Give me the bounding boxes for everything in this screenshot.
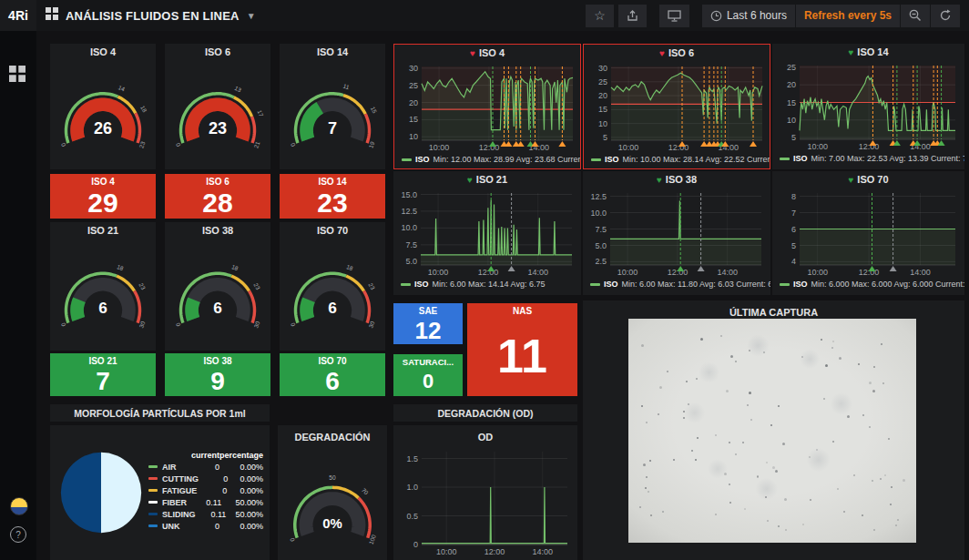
user-avatar[interactable] [10, 497, 28, 515]
particle-speck [646, 476, 648, 478]
particle-speck [648, 491, 649, 493]
legend-color-swatch [148, 489, 158, 492]
share-button[interactable] [618, 5, 647, 27]
stat-saturaci-[interactable]: SATURACI...0 [393, 354, 463, 396]
legend-swatch [402, 158, 412, 161]
panel-title[interactable]: ISO 70 [280, 222, 385, 239]
legend-percentage-value: 0.00% [228, 474, 263, 484]
dashboards-icon[interactable] [9, 66, 27, 84]
legend-color-swatch [148, 524, 158, 527]
legend-series-label[interactable]: ISO [415, 155, 430, 164]
svg-text:1.0: 1.0 [406, 483, 418, 492]
panel-title[interactable]: ISO 21 [50, 222, 156, 239]
org-logo[interactable]: 4Ri [0, 0, 36, 31]
svg-text:7: 7 [791, 209, 796, 218]
legend-row-fatigue[interactable]: FATIGUE00.00% [148, 484, 263, 496]
star-button[interactable]: ☆ [586, 5, 614, 27]
legend[interactable]: ISOMin: 6.00 Max: 11.80 Avg: 6.03 Curren… [583, 279, 770, 292]
particle-speck [873, 529, 875, 531]
star-icon: ☆ [594, 9, 606, 22]
pie-slice-SLIDING [61, 453, 101, 533]
stat-value: 0 [423, 367, 434, 396]
legend[interactable]: ISOMin: 7.00 Max: 22.53 Avg: 13.39 Curre… [772, 153, 964, 167]
dashboard-title[interactable]: ANÁLISIS FLUIDOS EN LINEA [66, 9, 240, 23]
panel-title-text: ISO 14 [857, 46, 888, 57]
legend-row-cutting[interactable]: CUTTING00.00% [148, 473, 263, 484]
panel-title[interactable]: DEGRADACIÓN [278, 429, 387, 445]
stat-title: ISO 6 [206, 177, 230, 187]
panel-gauge-iso-21: ISO 2101823306 [50, 222, 156, 351]
legend[interactable]: ISOMin: 6.00 Max: 14.14 Avg: 6.75 [393, 279, 581, 292]
svg-text:18: 18 [345, 263, 354, 271]
panel-title[interactable]: ISO 4 [50, 44, 156, 60]
legend-row-air[interactable]: AIR00.00% [148, 461, 263, 473]
stat-iso-14[interactable]: ISO 1423 [280, 174, 385, 219]
panel-title[interactable]: ♥ISO 21 [393, 171, 581, 188]
legend[interactable]: ISOMin: 6.000 Max: 6.000 Avg: 6.000 Curr… [772, 279, 964, 292]
timeseries-chart[interactable]: 5101520253010:0012:0014:00 [587, 62, 768, 154]
panel-title[interactable]: ♥ISO 4 [394, 45, 580, 61]
stat-iso-38[interactable]: ISO 389 [165, 353, 270, 396]
refresh-interval-button[interactable]: Refresh every 5s [796, 5, 900, 27]
gauge-chart: 01823306 [281, 242, 383, 347]
panel-title[interactable]: OD [393, 429, 577, 445]
legend-stats: Min: 7.00 Max: 22.53 Avg: 13.39 Current:… [811, 154, 964, 163]
svg-text:7: 7 [328, 119, 337, 137]
timeseries-chart[interactable]: 2.55.07.510.012.510:0012:0014:00 [586, 188, 767, 279]
legend-series-label[interactable]: ISO [605, 155, 619, 164]
panel-gauge-iso-14: ISO 1401115197 [280, 44, 385, 169]
legend-swatch [590, 283, 600, 286]
legend-series-label[interactable]: ISO [793, 154, 808, 163]
legend[interactable]: ISOMin: 12.00 Max: 28.99 Avg: 23.68 Curr… [394, 154, 580, 168]
legend-series-name: SLIDING [162, 510, 196, 519]
timeseries-chart[interactable]: 101520253010:0012:0014:00 [398, 62, 578, 154]
stat-nas[interactable]: NAS11 [467, 303, 577, 396]
svg-text:21: 21 [252, 140, 260, 149]
svg-text:25: 25 [409, 81, 418, 90]
stat-value: 28 [202, 187, 232, 219]
stat-sae[interactable]: SAE12 [393, 303, 463, 344]
zoom-out-button[interactable] [901, 5, 930, 27]
legend-stats: Min: 12.00 Max: 28.99 Avg: 23.68 Current… [434, 155, 580, 164]
panel-title[interactable]: ♥ISO 38 [583, 171, 770, 188]
panel-title[interactable]: ISO 6 [165, 44, 270, 60]
alert-heart-icon: ♥ [848, 47, 853, 57]
time-range-button[interactable]: Last 6 hours [702, 5, 795, 27]
legend-series-label[interactable]: ISO [604, 280, 618, 289]
refresh-button[interactable] [931, 5, 960, 27]
particle-speck [686, 381, 688, 382]
particle-speck [816, 449, 818, 451]
timeseries-chart[interactable]: 51015202510:0012:0014:00 [776, 61, 961, 153]
particle-speck [862, 414, 864, 416]
svg-text:20: 20 [787, 80, 796, 89]
svg-text:0: 0 [413, 540, 418, 549]
stat-title: ISO 14 [318, 177, 346, 187]
legend-row-unk[interactable]: UNK00.00% [148, 520, 263, 532]
timeseries-chart[interactable]: 00.51.01.510:0012:0014:00 [398, 447, 573, 558]
timeseries-chart[interactable]: 4567810:0012:0014:00 [776, 188, 961, 279]
panel-title[interactable]: ♥ISO 70 [772, 171, 964, 188]
particle-speck [729, 484, 730, 485]
panel-title[interactable]: ♥ISO 14 [772, 44, 964, 60]
stat-iso-4[interactable]: ISO 429 [50, 174, 156, 219]
svg-text:18: 18 [139, 105, 148, 114]
timeseries-chart[interactable]: 5.07.510.012.515.010:0012:0014:00 [397, 188, 577, 279]
legend[interactable]: ISOMin: 10.00 Max: 28.14 Avg: 22.52 Curr… [584, 154, 770, 168]
stat-iso-70[interactable]: ISO 706 [280, 353, 385, 396]
legend-row-sliding[interactable]: SLIDING0.1150.00% [148, 508, 263, 520]
legend-swatch [780, 158, 790, 160]
panel-ts-iso-21: ♥ISO 215.07.510.012.515.010:0012:0014:00… [393, 171, 581, 295]
tv-mode-button[interactable] [659, 5, 689, 27]
gauge-chart: 01823306 [167, 242, 269, 347]
legend-row-fiber[interactable]: FIBER0.1150.00% [148, 496, 263, 508]
help-icon[interactable]: ? [10, 526, 26, 543]
zoom-out-icon [909, 9, 922, 22]
stat-iso-6[interactable]: ISO 628 [165, 174, 270, 219]
legend-stats: Min: 6.00 Max: 11.80 Avg: 6.03 Current: … [622, 280, 770, 289]
legend-series-label[interactable]: ISO [793, 280, 808, 289]
stat-iso-21[interactable]: ISO 217 [50, 353, 156, 396]
panel-title[interactable]: ISO 38 [165, 222, 270, 239]
panel-title[interactable]: ISO 14 [280, 44, 385, 60]
legend-series-label[interactable]: ISO [414, 280, 429, 289]
panel-title[interactable]: ♥ISO 6 [584, 45, 770, 61]
